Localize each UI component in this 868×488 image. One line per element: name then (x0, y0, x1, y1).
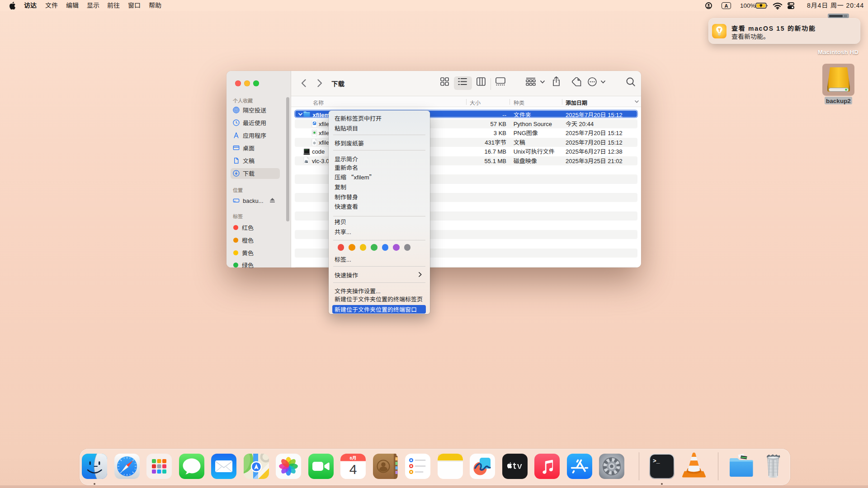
svg-text:>_: >_ (653, 458, 660, 465)
svg-text:4: 4 (349, 458, 357, 478)
